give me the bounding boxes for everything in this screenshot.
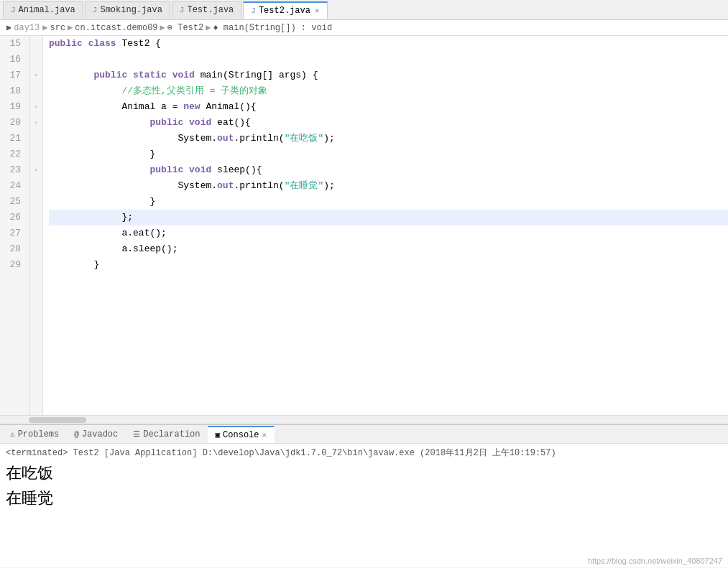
code-line-22: } <box>49 146 728 162</box>
java-file-icon-2: J <box>93 6 98 14</box>
breadcrumb: ▶ day13 ▶ src ▶ cn.itcast.demo09 ▶ ⊕ Tes… <box>0 20 728 36</box>
console-line-1: 在吃饭 <box>6 462 722 487</box>
java-file-icon-3: J <box>180 6 185 14</box>
code-line-20: public void eat(){ <box>49 115 728 131</box>
code-line-24: System.out.println("在睡觉"); <box>49 178 728 194</box>
tab-javadoc[interactable]: @ Javadoc <box>67 426 126 443</box>
tab-label: Test.java <box>187 5 234 15</box>
tab-bar: J Animal.java J Smoking.java J Test.java… <box>0 0 728 20</box>
bottom-panel: ⚠ Problems @ Javadoc ☰ Declaration ▣ Con… <box>0 424 728 567</box>
tab-label: Smoking.java <box>100 5 162 15</box>
code-line-29: } <box>49 257 728 273</box>
tab-declaration[interactable]: ☰ Declaration <box>126 426 208 443</box>
console-close-icon[interactable]: ✕ <box>262 430 267 439</box>
java-file-icon-4: J <box>251 6 256 15</box>
java-file-icon: J <box>11 6 16 14</box>
code-line-23: public void sleep(){ <box>49 162 728 178</box>
console-icon: ▣ <box>215 430 220 439</box>
code-editor[interactable]: 15 16 17 18 19 20 21 22 23 24 25 26 27 2… <box>0 36 728 424</box>
tab-label: Animal.java <box>19 5 75 15</box>
javadoc-icon: @ <box>74 430 79 439</box>
tab-test[interactable]: J Test.java <box>172 1 241 19</box>
code-content[interactable]: public class Test2 { public static void … <box>43 36 728 415</box>
tab-test2[interactable]: J Test2.java ✕ <box>243 1 327 19</box>
tab-problems-label: Problems <box>18 429 60 439</box>
console-output-area: <terminated> Test2 [Java Application] D:… <box>0 444 728 567</box>
tab-animal[interactable]: J Animal.java <box>3 1 83 19</box>
console-line-2: 在睡觉 <box>6 487 722 512</box>
console-output: 在吃饭 在睡觉 <box>6 462 722 512</box>
tab-smoking[interactable]: J Smoking.java <box>85 1 170 19</box>
tab-console[interactable]: ▣ Console ✕ <box>208 426 275 443</box>
horizontal-scrollbar[interactable] <box>0 415 728 424</box>
code-line-18: //多态性,父类引用 = 子类的对象 <box>49 83 728 99</box>
tab-problems[interactable]: ⚠ Problems <box>3 426 67 443</box>
code-line-19: Animal a = new Animal(){ <box>49 99 728 115</box>
code-line-25: } <box>49 194 728 210</box>
code-line-21: System.out.println("在吃饭"); <box>49 131 728 146</box>
code-line-16 <box>49 52 728 67</box>
code-line-17: public static void main(String[] args) { <box>49 67 728 83</box>
line-numbers: 15 16 17 18 19 20 21 22 23 24 25 26 27 2… <box>0 36 30 415</box>
tab-console-label: Console <box>223 430 259 440</box>
problems-icon: ⚠ <box>10 429 15 439</box>
code-line-15: public class Test2 { <box>49 36 728 52</box>
tab-label-active: Test2.java <box>259 6 310 16</box>
console-header: <terminated> Test2 [Java Application] D:… <box>6 447 722 459</box>
scrollbar-thumb[interactable] <box>29 417 86 423</box>
tab-declaration-label: Declaration <box>143 429 200 439</box>
breadcrumb-icon: ▶ <box>6 22 11 33</box>
fold-gutter: ◦ ◦ ◦ ◦ <box>30 36 43 415</box>
declaration-icon: ☰ <box>133 429 140 439</box>
code-line-28: a.sleep(); <box>49 241 728 257</box>
code-line-26: }; <box>49 210 728 225</box>
code-line-27: a.eat(); <box>49 225 728 241</box>
tab-javadoc-label: Javadoc <box>82 429 118 439</box>
tab-close-icon[interactable]: ✕ <box>315 6 320 15</box>
watermark: https://blog.csdn.net/weixin_40807247 <box>588 557 722 565</box>
bottom-tab-bar: ⚠ Problems @ Javadoc ☰ Declaration ▣ Con… <box>0 425 728 444</box>
